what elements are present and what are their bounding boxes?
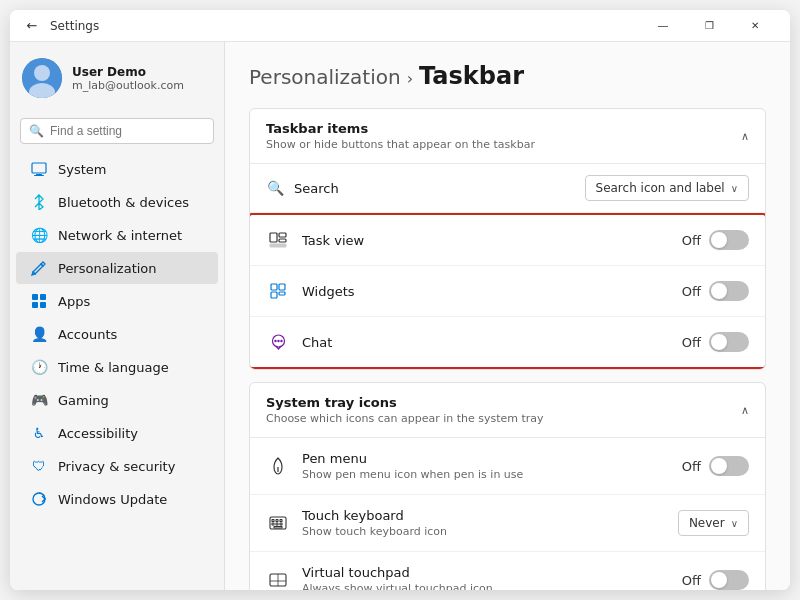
virtual-touchpad-toggle[interactable] xyxy=(709,570,749,590)
touch-keyboard-info: Touch keyboard Show touch keyboard icon xyxy=(302,508,678,538)
sidebar-item-personalization-label: Personalization xyxy=(58,261,157,276)
svg-rect-27 xyxy=(280,520,282,522)
svg-rect-30 xyxy=(280,523,282,525)
taskbar-items-header[interactable]: Taskbar items Show or hide buttons that … xyxy=(250,109,765,164)
widgets-label: Widgets xyxy=(302,284,682,299)
sidebar-item-network[interactable]: 🌐 Network & internet xyxy=(16,219,218,251)
search-setting-row: 🔍 Search Search icon and label ∨ xyxy=(250,164,765,213)
touch-keyboard-dropdown-value: Never xyxy=(689,516,725,530)
search-control: Search icon and label ∨ xyxy=(585,175,749,201)
task-view-label: Task view xyxy=(302,233,682,248)
minimize-button[interactable]: — xyxy=(640,10,686,42)
sidebar-item-system[interactable]: System xyxy=(16,153,218,185)
breadcrumb-current: Taskbar xyxy=(419,62,524,90)
network-icon: 🌐 xyxy=(30,226,48,244)
back-button[interactable]: ← xyxy=(22,16,42,36)
settings-window: ← Settings — ❐ ✕ xyxy=(10,10,790,590)
svg-rect-12 xyxy=(279,233,286,237)
touch-keyboard-row: Touch keyboard Show touch keyboard icon … xyxy=(250,495,765,552)
apps-icon xyxy=(30,292,48,310)
sidebar-item-windows-update[interactable]: Windows Update xyxy=(16,483,218,515)
chat-control: Off xyxy=(682,332,749,352)
search-setting-label: Search xyxy=(294,181,585,196)
svg-rect-29 xyxy=(276,523,278,525)
chat-toggle-thumb xyxy=(711,334,727,350)
time-icon: 🕐 xyxy=(30,358,48,376)
touch-keyboard-control: Never ∨ xyxy=(678,510,749,536)
svg-rect-13 xyxy=(279,239,286,242)
touch-keyboard-dropdown-arrow: ∨ xyxy=(731,518,738,529)
svg-rect-15 xyxy=(271,284,277,290)
widgets-control: Off xyxy=(682,281,749,301)
svg-rect-25 xyxy=(272,520,274,522)
search-icon: 🔍 xyxy=(29,124,44,138)
bluetooth-icon xyxy=(30,193,48,211)
virtual-touchpad-info: Virtual touchpad Always show virtual tou… xyxy=(302,565,682,590)
pen-menu-toggle[interactable] xyxy=(709,456,749,476)
sidebar-item-accounts[interactable]: 👤 Accounts xyxy=(16,318,218,350)
sidebar-item-time[interactable]: 🕐 Time & language xyxy=(16,351,218,383)
task-view-toggle[interactable] xyxy=(709,230,749,250)
task-view-control: Off xyxy=(682,230,749,250)
sidebar-nav: System Bluetooth & devices 🌐 Network & i… xyxy=(10,152,224,516)
system-tray-desc: Choose which icons can appear in the sys… xyxy=(266,412,544,425)
virtual-touchpad-toggle-thumb xyxy=(711,572,727,588)
taskbar-items-section: Taskbar items Show or hide buttons that … xyxy=(249,108,766,370)
task-view-row: Task view Off xyxy=(250,215,765,266)
personalization-icon xyxy=(30,259,48,277)
system-tray-title: System tray icons xyxy=(266,395,544,410)
sidebar-item-accounts-label: Accounts xyxy=(58,327,117,342)
search-box[interactable]: 🔍 xyxy=(20,118,214,144)
breadcrumb-parent: Personalization xyxy=(249,65,401,89)
svg-rect-3 xyxy=(32,163,46,173)
search-dropdown[interactable]: Search icon and label ∨ xyxy=(585,175,749,201)
virtual-touchpad-control: Off xyxy=(682,570,749,590)
touch-keyboard-dropdown[interactable]: Never ∨ xyxy=(678,510,749,536)
title-bar: ← Settings — ❐ ✕ xyxy=(10,10,790,42)
sidebar-item-apps[interactable]: Apps xyxy=(16,285,218,317)
touch-keyboard-desc: Show touch keyboard icon xyxy=(302,525,678,538)
sidebar-item-time-label: Time & language xyxy=(58,360,169,375)
svg-point-21 xyxy=(277,340,279,342)
virtual-touchpad-label: Virtual touchpad xyxy=(302,565,682,580)
svg-rect-9 xyxy=(40,302,46,308)
sidebar-item-accessibility[interactable]: ♿ Accessibility xyxy=(16,417,218,449)
taskbar-items-desc: Show or hide buttons that appear on the … xyxy=(266,138,535,151)
main-content: User Demo m_lab@outlook.com 🔍 System xyxy=(10,42,790,590)
sidebar-item-gaming[interactable]: 🎮 Gaming xyxy=(16,384,218,416)
search-input[interactable] xyxy=(50,124,205,138)
search-dropdown-value: Search icon and label xyxy=(596,181,725,195)
profile-info: User Demo m_lab@outlook.com xyxy=(72,65,184,92)
sidebar-item-personalization[interactable]: Personalization xyxy=(16,252,218,284)
chat-row: Chat Off xyxy=(250,317,765,367)
profile-email: m_lab@outlook.com xyxy=(72,79,184,92)
content-area: Personalization › Taskbar Taskbar items … xyxy=(225,42,790,590)
widgets-toggle[interactable] xyxy=(709,281,749,301)
close-button[interactable]: ✕ xyxy=(732,10,778,42)
system-tray-chevron: ∧ xyxy=(741,404,749,417)
svg-rect-7 xyxy=(40,294,46,300)
search-dropdown-arrow: ∨ xyxy=(731,183,738,194)
system-icon xyxy=(30,160,48,178)
system-tray-header[interactable]: System tray icons Choose which icons can… xyxy=(250,383,765,438)
sidebar-item-bluetooth[interactable]: Bluetooth & devices xyxy=(16,186,218,218)
maximize-button[interactable]: ❐ xyxy=(686,10,732,42)
chat-info: Chat xyxy=(302,335,682,350)
svg-rect-16 xyxy=(279,284,285,290)
avatar-image xyxy=(22,58,62,98)
taskbar-items-title: Taskbar items xyxy=(266,121,535,136)
sidebar-item-windows-update-label: Windows Update xyxy=(58,492,167,507)
chat-toggle-label: Off xyxy=(682,335,701,350)
avatar xyxy=(22,58,62,98)
widgets-icon xyxy=(266,279,290,303)
task-view-toggle-label: Off xyxy=(682,233,701,248)
touch-keyboard-icon xyxy=(266,511,290,535)
chat-toggle[interactable] xyxy=(709,332,749,352)
breadcrumb-arrow: › xyxy=(407,69,413,88)
widgets-info: Widgets xyxy=(302,284,682,299)
pen-menu-label: Pen menu xyxy=(302,451,682,466)
sidebar-item-privacy[interactable]: 🛡 Privacy & security xyxy=(16,450,218,482)
window-controls: — ❐ ✕ xyxy=(640,10,778,42)
virtual-touchpad-row: Virtual touchpad Always show virtual tou… xyxy=(250,552,765,590)
sidebar-item-accessibility-label: Accessibility xyxy=(58,426,138,441)
